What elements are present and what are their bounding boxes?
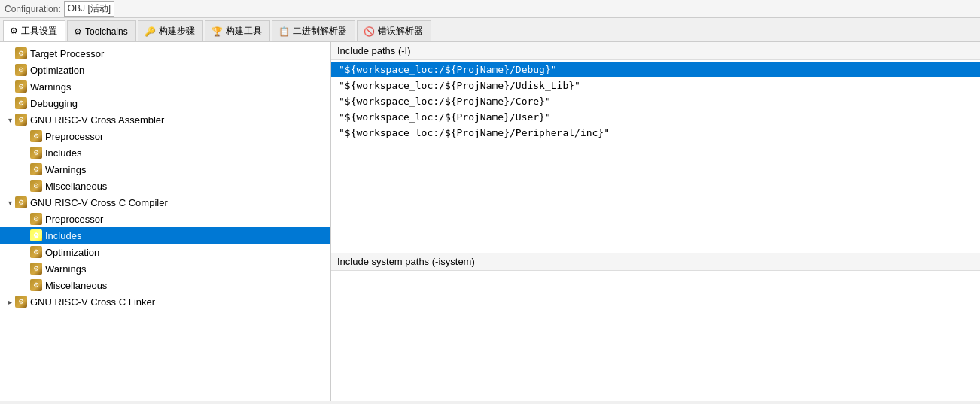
tree-item-label-cc-preprocessor: Preprocessor — [45, 214, 326, 225]
error-parser-icon: 🚫 — [364, 26, 375, 37]
tree-item-asm-miscellaneous[interactable]: ⚙Miscellaneous — [0, 178, 330, 194]
item-icon-asm-includes: ⚙ — [30, 147, 42, 159]
tab-label-build-tools: 构建工具 — [226, 25, 262, 38]
tree-item-cc-miscellaneous[interactable]: ⚙Miscellaneous — [0, 277, 330, 293]
tree-item-label-asm-warnings: Warnings — [45, 164, 326, 175]
expand-icon-gnu-risc-v-assembler[interactable]: ▾ — [5, 116, 15, 124]
tree-item-label-gnu-risc-v-assembler: GNU RISC-V Cross Assembler — [30, 114, 326, 126]
config-bar: Configuration: OBJ [活动] — [0, 0, 980, 18]
tab-label-toolchains: Toolchains — [85, 26, 128, 37]
toolchains-icon: ⚙ — [74, 26, 82, 37]
tab-label-binary-parser: 二进制解析器 — [293, 25, 347, 38]
item-icon-gnu-risc-v-c-compiler: ⚙ — [15, 196, 27, 208]
path-item-path5[interactable]: "${workspace_loc:/${ProjName}/Peripheral… — [331, 125, 980, 141]
include-system-paths-content — [331, 271, 980, 401]
tree-item-label-asm-miscellaneous: Miscellaneous — [45, 181, 326, 192]
tree-item-label-gnu-risc-v-c-linker: GNU RISC-V Cross C Linker — [30, 296, 326, 308]
tree-item-label-asm-includes: Includes — [45, 147, 326, 159]
tab-label-build-steps: 构建步骤 — [159, 25, 195, 38]
tree-item-gnu-risc-v-c-linker[interactable]: ▸⚙GNU RISC-V Cross C Linker — [0, 293, 330, 310]
tab-bar: ⚙工具设置⚙Toolchains🔑构建步骤🏆构建工具📋二进制解析器🚫错误解析器 — [0, 18, 980, 42]
tab-tool-settings[interactable]: ⚙工具设置 — [3, 20, 65, 41]
include-paths-header: Include paths (-I) — [331, 42, 980, 60]
item-icon-cc-optimization: ⚙ — [30, 246, 42, 258]
item-icon-gnu-risc-v-assembler: ⚙ — [15, 114, 27, 126]
tab-build-tools[interactable]: 🏆构建工具 — [205, 20, 270, 41]
tree-item-label-debugging: Debugging — [30, 98, 326, 109]
path-item-path3[interactable]: "${workspace_loc:/${ProjName}/Core}" — [331, 93, 980, 109]
item-icon-cc-miscellaneous: ⚙ — [30, 279, 42, 291]
item-icon-target-processor: ⚙ — [15, 47, 27, 59]
right-panel: Include paths (-I) "${workspace_loc:/${P… — [331, 42, 980, 401]
include-system-paths-section: Include system paths (-isystem) — [331, 253, 980, 401]
item-icon-gnu-risc-v-c-linker: ⚙ — [15, 296, 27, 308]
include-paths-content: "${workspace_loc:/${ProjName}/Debug}""${… — [331, 60, 980, 253]
tree-item-asm-warnings[interactable]: ⚙Warnings — [0, 161, 330, 178]
tree-item-label-optimization: Optimization — [30, 65, 326, 76]
tree-item-label-cc-includes: Includes — [45, 230, 326, 241]
tree-item-warnings[interactable]: ⚙Warnings — [0, 78, 330, 95]
tab-label-error-parser: 错误解析器 — [378, 25, 423, 38]
main-content: ⚙Target Processor⚙Optimization⚙Warnings⚙… — [0, 42, 980, 401]
tree-item-label-cc-warnings: Warnings — [45, 263, 326, 275]
item-icon-asm-miscellaneous: ⚙ — [30, 180, 42, 192]
tree-item-target-processor[interactable]: ⚙Target Processor — [0, 45, 330, 62]
item-icon-cc-warnings: ⚙ — [30, 263, 42, 275]
tree-item-cc-includes[interactable]: ⚙Includes — [0, 227, 330, 244]
item-icon-optimization: ⚙ — [15, 64, 27, 76]
tree-item-asm-preprocessor[interactable]: ⚙Preprocessor — [0, 128, 330, 144]
left-panel: ⚙Target Processor⚙Optimization⚙Warnings⚙… — [0, 42, 331, 401]
tree-item-asm-includes[interactable]: ⚙Includes — [0, 144, 330, 161]
tree-item-debugging[interactable]: ⚙Debugging — [0, 95, 330, 111]
tree-item-label-asm-preprocessor: Preprocessor — [45, 131, 326, 142]
expand-icon-gnu-risc-v-c-compiler[interactable]: ▾ — [5, 199, 15, 207]
build-steps-icon: 🔑 — [145, 26, 156, 37]
path-item-path4[interactable]: "${workspace_loc:/${ProjName}/User}" — [331, 109, 980, 125]
path-item-path1[interactable]: "${workspace_loc:/${ProjName}/Debug}" — [331, 62, 980, 77]
tab-binary-parser[interactable]: 📋二进制解析器 — [272, 20, 355, 41]
item-icon-asm-preprocessor: ⚙ — [30, 130, 42, 142]
path-item-path2[interactable]: "${workspace_loc:/${ProjName}/Udisk_Lib}… — [331, 77, 980, 93]
config-label: Configuration: — [5, 4, 61, 14]
include-paths-section: Include paths (-I) "${workspace_loc:/${P… — [331, 42, 980, 253]
tree-item-label-warnings: Warnings — [30, 81, 326, 93]
tree-item-label-cc-miscellaneous: Miscellaneous — [45, 280, 326, 291]
item-icon-debugging: ⚙ — [15, 97, 27, 109]
tab-label-tool-settings: 工具设置 — [21, 25, 57, 38]
tree-item-gnu-risc-v-assembler[interactable]: ▾⚙GNU RISC-V Cross Assembler — [0, 111, 330, 128]
tree-item-cc-optimization[interactable]: ⚙Optimization — [0, 244, 330, 260]
expand-icon-gnu-risc-v-c-linker[interactable]: ▸ — [5, 298, 15, 306]
binary-parser-icon: 📋 — [278, 26, 290, 37]
item-icon-cc-preprocessor: ⚙ — [30, 213, 42, 225]
tree-item-label-cc-optimization: Optimization — [45, 247, 326, 258]
build-tools-icon: 🏆 — [212, 26, 223, 37]
tree-item-cc-preprocessor[interactable]: ⚙Preprocessor — [0, 211, 330, 227]
tree-item-optimization[interactable]: ⚙Optimization — [0, 62, 330, 78]
tree-item-label-gnu-risc-v-c-compiler: GNU RISC-V Cross C Compiler — [30, 197, 326, 208]
item-icon-asm-warnings: ⚙ — [30, 163, 42, 175]
config-value[interactable]: OBJ [活动] — [64, 1, 114, 17]
tab-toolchains[interactable]: ⚙Toolchains — [67, 20, 136, 41]
tab-build-steps[interactable]: 🔑构建步骤 — [138, 20, 203, 41]
tree-item-label-target-processor: Target Processor — [30, 48, 326, 59]
item-icon-cc-includes: ⚙ — [30, 229, 42, 241]
tool-settings-icon: ⚙ — [10, 26, 18, 36]
include-system-paths-header: Include system paths (-isystem) — [331, 253, 980, 271]
tab-error-parser[interactable]: 🚫错误解析器 — [357, 20, 431, 41]
tree-item-gnu-risc-v-c-compiler[interactable]: ▾⚙GNU RISC-V Cross C Compiler — [0, 194, 330, 211]
item-icon-warnings: ⚙ — [15, 80, 27, 93]
tree-item-cc-warnings[interactable]: ⚙Warnings — [0, 260, 330, 277]
